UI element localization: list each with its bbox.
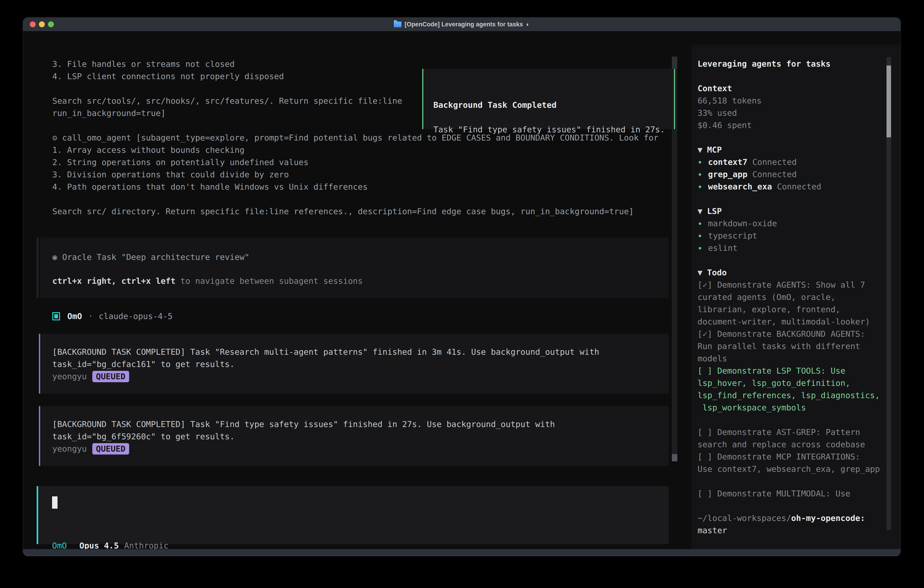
lsp-item: markdown-oxide: [699, 217, 777, 230]
lsp-item: eslint: [699, 242, 738, 254]
todo-line-active: [ ] Demonstrate LSP TOOLS: Use: [698, 365, 845, 377]
chevron-down-icon: ▼: [698, 145, 703, 154]
main-scrollbar-thumb-top[interactable]: [672, 57, 677, 69]
status-dot-icon: [699, 173, 701, 176]
session-state-icon: ◐: [526, 21, 530, 28]
fisheye-icon: ◉: [52, 253, 57, 262]
oracle-hint: ctrl+x right, ctrl+x left to navigate be…: [52, 275, 363, 287]
terminal-content: 3. File handles or streams not closed 4.…: [23, 31, 901, 549]
agent-icon: [52, 312, 60, 320]
status-dot-icon: [699, 235, 701, 237]
todo-line-active: lsp_hover, lsp_goto_definition,: [698, 377, 850, 389]
tool-call-item: 2. String operations on potentially unde…: [52, 156, 309, 168]
task-message-line: [BACKGROUND TASK COMPLETED] Task "Find t…: [52, 418, 555, 430]
sidebar-scrollbar-thumb[interactable]: [886, 66, 891, 137]
todo-line: [ ] Demonstrate MULTIMODAL: Use: [698, 487, 850, 500]
oracle-task-box: ◉ Oracle Task "Deep architecture review"…: [40, 237, 669, 298]
maximize-button[interactable]: [48, 21, 54, 27]
task-message-line: [BACKGROUND TASK COMPLETED] Task "Resear…: [52, 346, 599, 358]
background-task-notification: Background Task Completed Task "Find typ…: [422, 69, 675, 129]
task-user: yeongyu: [52, 372, 87, 381]
agent-model: claude-opus-4-5: [99, 310, 173, 322]
folder-icon: [394, 21, 401, 27]
notification-title: Background Task Completed: [433, 99, 556, 111]
todo-line: search and replace across codebase: [698, 438, 865, 451]
tool-call-item: 3. Division operations that could divide…: [52, 168, 289, 181]
chevron-down-icon: ▼: [698, 268, 703, 277]
todo-line-active: lsp_workspace_symbols: [698, 401, 806, 414]
chevron-down-icon: ▼: [698, 206, 703, 216]
todo-line: [✓] Demonstrate BACKGROUND AGENTS:: [698, 328, 865, 340]
todo-line: models: [698, 352, 727, 365]
prompt-input[interactable]: OmO Opus 4.5 Anthropic: [38, 486, 669, 544]
minimize-button[interactable]: [39, 21, 45, 27]
section-todo[interactable]: ▼Todo: [698, 266, 727, 279]
terminal-window: [OpenCode] Leveraging agents for tasks ◐…: [23, 17, 901, 556]
todo-line: [✓] Demonstrate AGENTS: Show all 7: [698, 279, 865, 291]
window-bottom-edge: [23, 549, 901, 556]
todo-line: document-writer, multimodal-looker): [698, 315, 870, 328]
log-line: 4. LSP client connections not properly d…: [52, 70, 284, 83]
workspace-path: ~/local-workspaces/oh-my-opencode:: [698, 512, 865, 524]
todo-line: [ ] Demonstrate MCP INTEGRATIONS:: [698, 451, 860, 463]
todo-line: Run parallel tasks with different: [698, 340, 860, 352]
text-cursor: [52, 496, 58, 509]
status-dot-icon: [699, 247, 701, 249]
main-scrollbar-thumb[interactable]: [672, 454, 677, 461]
input-box-border: [36, 486, 38, 544]
spinner-dots: [43, 556, 81, 556]
task-message-border: [39, 406, 40, 466]
log-line: 3. File handles or streams not closed: [52, 58, 234, 70]
session-title: Leveraging agents for tasks: [698, 58, 830, 70]
git-branch: master: [698, 524, 727, 537]
task-message-line: task_id="bg_6f59260c" to get results.: [52, 430, 234, 443]
mcp-item: websearch_exa Connected: [699, 180, 822, 193]
tool-call-item: 4. Path operations that don't handle Win…: [52, 181, 368, 193]
gear-icon: ⚙: [52, 133, 57, 142]
traffic-lights: [30, 21, 54, 27]
task-message-meta: yeongyuQUEUED: [52, 370, 129, 383]
status-dot-icon: [699, 222, 701, 225]
agent-header: OmO: [67, 310, 82, 322]
oracle-task-title: ◉ Oracle Task "Deep architecture review": [52, 251, 249, 263]
todo-line: librarian, explore, frontend,: [698, 303, 841, 315]
window-title: [OpenCode] Leveraging agents for tasks: [405, 21, 523, 28]
lsp-item: typescript: [699, 230, 757, 242]
agent-name: OmO: [67, 312, 82, 321]
titlebar: [OpenCode] Leveraging agents for tasks ◐: [23, 18, 901, 31]
todo-line-active: lsp_find_references, lsp_diagnostics,: [698, 389, 880, 401]
todo-line: curated agents (OmO, oracle,: [698, 291, 836, 303]
mcp-item: grep_app Connected: [699, 168, 797, 180]
section-lsp[interactable]: ▼LSP: [698, 205, 722, 217]
status-badge: QUEUED: [92, 443, 129, 454]
notification-body: Task "Find type safety issues" finished …: [433, 124, 665, 136]
task-message: [BACKGROUND TASK COMPLETED] Task "Resear…: [41, 334, 669, 393]
task-user: yeongyu: [52, 444, 87, 453]
status-dot-icon: [699, 185, 701, 188]
mcp-item: context7 Connected: [699, 156, 797, 168]
close-button[interactable]: [30, 21, 36, 27]
oracle-box-border: [36, 237, 39, 298]
todo-line: [ ] Demonstrate AST-GREP: Pattern: [698, 426, 860, 438]
agent-separator: ·: [88, 310, 93, 322]
todo-line: Use context7, websearch_exa, grep_app: [698, 463, 880, 475]
tool-call-item: 1. Array access without bounds checking: [52, 144, 244, 156]
task-message-border: [39, 334, 40, 393]
context-used: 33% used: [698, 107, 737, 119]
context-spent: $0.46 spent: [698, 119, 752, 131]
log-line: run_in_background=true]: [52, 107, 166, 119]
task-message: [BACKGROUND TASK COMPLETED] Task "Find t…: [41, 406, 669, 466]
log-line: Search src/tools/, src/hooks/, src/featu…: [52, 95, 402, 107]
status-dot-icon: [699, 161, 701, 164]
context-tokens: 66,518 tokens: [698, 94, 762, 107]
task-message-meta: yeongyuQUEUED: [52, 443, 129, 455]
context-header: Context: [698, 82, 732, 94]
tool-call-footer: Search src/ directory. Return specific f…: [52, 205, 634, 218]
hint-keys: ctrl+x right, ctrl+x left: [52, 276, 175, 286]
status-badge: QUEUED: [92, 371, 129, 382]
section-mcp[interactable]: ▼MCP: [698, 144, 722, 156]
task-message-line: task_id="bg_dcfac161" to get results.: [52, 358, 234, 370]
